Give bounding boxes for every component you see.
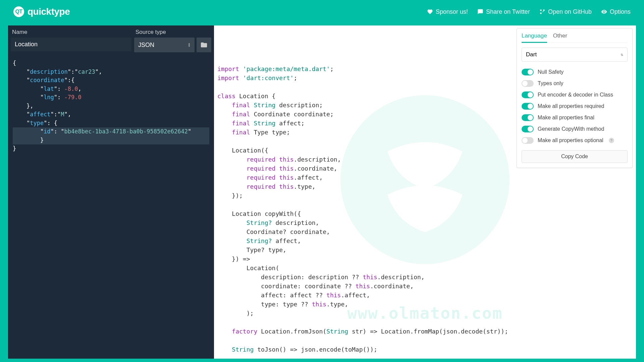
brand-name: quicktype <box>28 6 70 17</box>
json-line: "coordinate":{ <box>13 76 209 85</box>
folder-icon <box>200 41 208 49</box>
share-icon <box>477 9 483 15</box>
code-line: affect: affect ?? this.affect, <box>217 291 633 300</box>
json-line: "lat": -8.0, <box>13 85 209 94</box>
sponsor-link[interactable]: Sponsor us! <box>427 8 468 15</box>
code-line: final String description; <box>217 101 633 110</box>
json-line: } <box>13 136 209 145</box>
code-line: type: type ?? this.type, <box>217 300 633 309</box>
json-line: "id": "bb4e8bec-1ba3-4718-ba0b-958502e62… <box>13 127 209 136</box>
branch-icon <box>539 9 545 15</box>
srctype-column: Source type JSON ▲▼ <box>134 29 211 52</box>
srctype-value: JSON <box>138 42 154 49</box>
open-file-button[interactable] <box>197 38 211 52</box>
srctype-label: Source type <box>134 29 211 36</box>
twitter-link[interactable]: Share on Twitter <box>477 8 530 15</box>
json-editor[interactable]: { "description":"car23", "coordinate":{ … <box>8 56 214 359</box>
code-line: final String affect; <box>217 119 633 128</box>
code-line: factory Location.fromJson(String str) =>… <box>217 327 633 336</box>
code-line <box>217 336 633 345</box>
code-line: final Coordinate coordinate; <box>217 110 633 119</box>
code-line <box>217 354 633 359</box>
code-line: class Location { <box>217 92 633 101</box>
heart-icon <box>427 9 433 15</box>
code-line: import 'dart:convert'; <box>217 73 633 82</box>
code-line: coordinate: coordinate ?? this.coordinat… <box>217 282 633 291</box>
json-line: } <box>13 144 209 153</box>
srctype-select[interactable]: JSON ▲▼ <box>134 38 195 52</box>
code-line: Location( <box>217 263 633 273</box>
name-column: Name <box>11 29 131 52</box>
name-label: Name <box>11 29 131 36</box>
json-line: { <box>13 59 209 68</box>
code-line <box>217 137 633 146</box>
code-line: String? affect, <box>217 236 633 245</box>
code-line: ); <box>217 309 633 318</box>
link-label: Options <box>610 8 631 15</box>
language-value: Dart <box>526 51 537 58</box>
json-line: "affect":"M", <box>13 110 209 119</box>
updown-icon: ▲▼ <box>188 43 191 47</box>
link-label: Sponsor us! <box>436 8 468 15</box>
options-tabs: Language Other <box>522 33 628 43</box>
tab-language[interactable]: Language <box>522 33 547 43</box>
logo-icon: QT <box>13 6 24 17</box>
main: Name Source type JSON ▲▼ <box>8 25 636 359</box>
code-line <box>217 318 633 327</box>
code-line: description: description ?? this.descrip… <box>217 273 633 282</box>
code-line: Location({ <box>217 146 633 155</box>
left-panel: Name Source type JSON ▲▼ <box>8 25 214 359</box>
header: QT quicktype Sponsor us! Share on Twitte… <box>0 0 644 25</box>
code-line: }); <box>217 191 633 200</box>
language-select[interactable]: Dart ⇅ <box>522 48 628 62</box>
tab-other[interactable]: Other <box>553 33 568 43</box>
brand-logo[interactable]: QT quicktype <box>13 6 70 17</box>
json-line: "lng": -79.0 <box>13 93 209 102</box>
link-label: Open on GitHub <box>548 8 592 15</box>
code-line: }) => <box>217 254 633 263</box>
code-line: String? description, <box>217 218 633 227</box>
code-line: required this.affect, <box>217 173 633 182</box>
code-line: String toJson() => json.encode(toMap()); <box>217 345 633 354</box>
code-line: Location copyWith({ <box>217 209 633 218</box>
json-line: "type": { <box>13 119 209 128</box>
code-line: required this.coordinate, <box>217 164 633 173</box>
code-output[interactable]: www.olmaton.com import 'package:meta/met… <box>214 25 636 359</box>
code-line: required this.description, <box>217 155 633 164</box>
right-panel: www.olmaton.com import 'package:meta/met… <box>214 25 636 359</box>
app-root: QT quicktype Sponsor us! Share on Twitte… <box>0 0 644 362</box>
code-line: Coordinate? coordinate, <box>217 227 633 236</box>
options-link[interactable]: Options <box>601 8 631 15</box>
code-line <box>217 82 633 92</box>
code-line: final Type type; <box>217 128 633 137</box>
eye-icon <box>601 9 607 15</box>
json-line: }, <box>13 102 209 111</box>
header-links: Sponsor us! Share on Twitter Open on Git… <box>427 8 631 15</box>
name-input[interactable] <box>11 38 131 51</box>
left-header: Name Source type JSON ▲▼ <box>8 25 214 56</box>
json-line: "description":"car23", <box>13 68 209 76</box>
link-label: Share on Twitter <box>486 8 530 15</box>
code-line: required this.type, <box>217 182 633 191</box>
github-link[interactable]: Open on GitHub <box>539 8 592 15</box>
code-line <box>217 200 633 209</box>
chevron-updown-icon: ⇅ <box>621 53 623 57</box>
code-line: Type? type, <box>217 245 633 254</box>
code-line: import 'package:meta/meta.dart'; <box>217 64 633 73</box>
